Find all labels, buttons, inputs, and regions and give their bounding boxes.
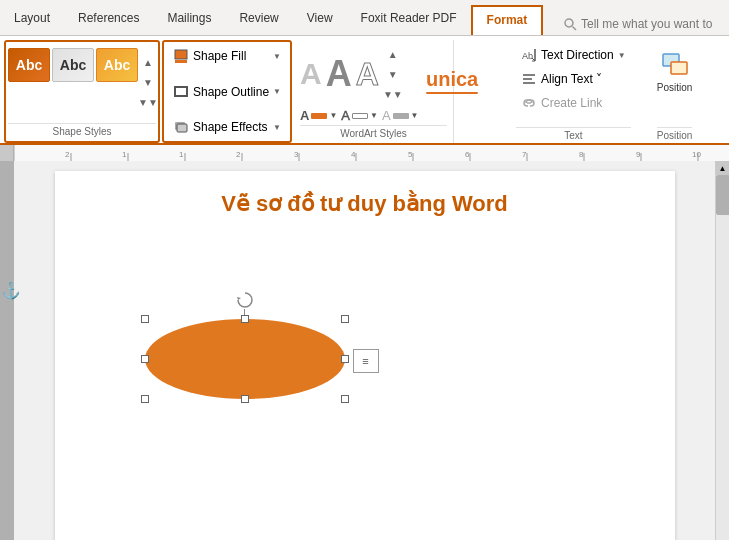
text-outline-btn[interactable]: A ▼	[341, 108, 378, 123]
tab-view[interactable]: View	[293, 5, 347, 35]
wordart-scroll: ▲ ▼ ▼▼	[385, 44, 401, 104]
shape-fill-icon	[173, 48, 189, 64]
create-link-label: Create Link	[541, 96, 602, 110]
shape-effects-btn[interactable]: Shape Effects ▼	[166, 115, 288, 139]
text-fill-color	[311, 113, 327, 119]
handle-nw[interactable]	[141, 315, 149, 323]
unica-spacer: unica	[456, 40, 506, 143]
shape-style-btn-1[interactable]: Abc	[8, 48, 50, 82]
shape-styles-label: Shape Styles	[8, 123, 156, 139]
shape-outline-icon	[173, 84, 189, 100]
document-area: ⚓ Vẽ sơ đồ tư duy bằng Word	[0, 161, 729, 540]
ellipse-shape[interactable]	[145, 319, 345, 399]
tab-review[interactable]: Review	[225, 5, 292, 35]
ribbon-tabs-bar: Layout References Mailings Review View F…	[0, 0, 729, 36]
tab-format[interactable]: Format	[471, 5, 544, 35]
shape-style-btn-2[interactable]: Abc	[52, 48, 94, 82]
position-btn[interactable]: Position	[649, 44, 701, 96]
svg-text:5: 5	[408, 150, 413, 159]
svg-text:2: 2	[65, 150, 70, 159]
ruler-row: 2 1 1 2 3 4 5 6 7 8 9 10	[0, 145, 729, 161]
text-outline-arrow[interactable]: ▼	[370, 111, 378, 120]
scroll-track	[716, 175, 729, 540]
svg-text:10: 10	[692, 150, 701, 159]
text-effect-A: A	[382, 108, 391, 123]
text-direction-btn[interactable]: A b Text Direction ▼	[516, 44, 631, 66]
text-effect-btn[interactable]: A ▼	[382, 108, 419, 123]
position-icon	[659, 48, 691, 80]
create-link-btn[interactable]: Create Link	[516, 92, 631, 114]
svg-text:7: 7	[522, 150, 527, 159]
text-direction-arrow[interactable]: ▼	[618, 51, 626, 60]
scroll-more-btn[interactable]: ▼▼	[140, 93, 156, 113]
svg-text:3: 3	[294, 150, 299, 159]
tab-foxit[interactable]: Foxit Reader PDF	[347, 5, 471, 35]
scroll-down-btn[interactable]: ▼	[140, 73, 156, 93]
handle-n[interactable]	[241, 315, 249, 323]
ellipse[interactable]	[145, 319, 345, 399]
wordart-letter-1[interactable]: A	[300, 57, 322, 91]
wordart-styles-row: A A A ▲ ▼ ▼▼	[300, 44, 447, 104]
ruler-corner	[0, 145, 14, 161]
scrollbar-right[interactable]: ▲ ▼	[715, 161, 729, 540]
wordart-scroll-down[interactable]: ▼	[385, 64, 401, 84]
wordart-scroll-up[interactable]: ▲	[385, 44, 401, 64]
search-box[interactable]	[555, 13, 729, 35]
handle-e[interactable]	[341, 355, 349, 363]
layout-options-btn[interactable]: ≡	[353, 349, 379, 373]
shape-wrapper[interactable]: ≡	[145, 319, 345, 399]
svg-rect-4	[175, 87, 187, 96]
shape-style-btn-3[interactable]: Abc	[96, 48, 138, 82]
tab-layout[interactable]: Layout	[0, 5, 64, 35]
position-group: Position Position	[641, 40, 709, 143]
handle-sw[interactable]	[141, 395, 149, 403]
position-label-text: Position	[657, 82, 693, 93]
svg-text:4: 4	[351, 150, 356, 159]
handle-ne[interactable]	[341, 315, 349, 323]
shape-styles-grid: Abc Abc Abc	[8, 48, 138, 118]
text-fill-arrow[interactable]: ▼	[329, 111, 337, 120]
search-input[interactable]	[581, 17, 721, 31]
shape-outline-btn[interactable]: Shape Outline ▼	[166, 80, 288, 104]
shape-effects-icon	[173, 119, 189, 135]
rotate-icon	[236, 291, 254, 309]
scroll-thumb[interactable]	[716, 175, 729, 215]
wordart-letter-3[interactable]: A	[356, 56, 379, 93]
ribbon: Layout References Mailings Review View F…	[0, 0, 729, 145]
scroll-up-btn[interactable]: ▲	[140, 53, 156, 73]
scroll-up-btn-right[interactable]: ▲	[716, 161, 730, 175]
wordart-scroll-more[interactable]: ▼▼	[385, 84, 401, 104]
ruler-svg: 2 1 1 2 3 4 5 6 7 8 9 10	[14, 145, 729, 161]
shape-fill-btn[interactable]: Shape Fill ▼	[166, 44, 288, 68]
handle-w[interactable]	[141, 355, 149, 363]
shape-outline-label: Shape Outline	[193, 85, 269, 99]
svg-text:1: 1	[122, 150, 127, 159]
tab-mailings[interactable]: Mailings	[153, 5, 225, 35]
text-outline-A: A	[341, 108, 350, 123]
align-text-btn[interactable]: Align Text ˅	[516, 68, 631, 90]
search-icon	[563, 17, 577, 31]
text-effect-arrow[interactable]: ▼	[411, 111, 419, 120]
text-fill-btn[interactable]: A ▼	[300, 108, 337, 123]
align-text-icon	[521, 71, 537, 87]
text-fill-A: A	[300, 108, 309, 123]
document-page[interactable]: Vẽ sơ đồ tư duy bằng Word	[55, 171, 675, 540]
align-text-label: Align Text ˅	[541, 72, 602, 86]
svg-text:6: 6	[465, 150, 470, 159]
shape-effects-arrow[interactable]: ▼	[273, 123, 281, 132]
wordart-letter-2[interactable]: A	[326, 53, 352, 95]
handle-s[interactable]	[241, 395, 249, 403]
shape-outline-arrow[interactable]: ▼	[273, 87, 281, 96]
ribbon-content: Abc Abc Abc ▲ ▼ ▼▼ Shape Styles	[0, 36, 729, 145]
wordart-color-row: A ▼ A ▼ A ▼	[300, 108, 447, 123]
handle-se[interactable]	[341, 395, 349, 403]
svg-rect-3	[175, 60, 187, 63]
shape-fill-label: Shape Fill	[193, 49, 269, 63]
text-outline-color	[352, 113, 368, 119]
tab-references[interactable]: References	[64, 5, 153, 35]
shape-fill-arrow[interactable]: ▼	[273, 52, 281, 61]
svg-line-1	[573, 27, 577, 31]
page-container: Vẽ sơ đồ tư duy bằng Word	[14, 161, 715, 540]
text-direction-label: Text Direction	[541, 48, 614, 62]
svg-rect-6	[177, 124, 187, 132]
